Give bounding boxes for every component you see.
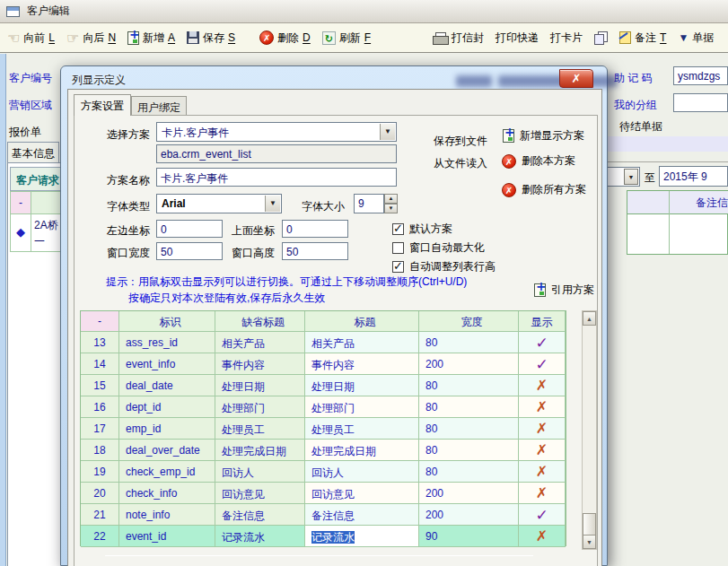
tab-scheme-settings[interactable]: 方案设置 [74, 94, 131, 116]
mnemonic-input[interactable]: ysmdzgs [673, 66, 728, 85]
reference-scheme-button[interactable]: 引用方案 [534, 283, 594, 298]
table-row[interactable]: 13ass_res_id相关产品相关产品80 [81, 332, 566, 353]
add-scheme-button[interactable]: 新增显示方案 [503, 128, 584, 144]
checkbox-checked-icon[interactable] [392, 261, 404, 273]
save-to-file-button[interactable]: 保存到文件 [434, 134, 487, 149]
window-height-input[interactable]: 50 [282, 242, 348, 260]
titlebar-glass-blur [456, 75, 492, 87]
table-row[interactable]: 14event_info事件内容事件内容200 [81, 353, 566, 375]
table-row[interactable]: 22event_id记录流水记录流水90 [81, 526, 566, 547]
visible-cross-icon[interactable] [519, 396, 566, 418]
title-cell[interactable]: 处理员工 [305, 418, 419, 440]
font-type-label: 字体类型 [107, 199, 150, 214]
scheme-combobox[interactable]: 卡片.客户事件 [156, 122, 397, 142]
table-row[interactable]: 18deal_over_date处理完成日期处理完成日期80 [81, 440, 566, 461]
toolbar-print-card-button[interactable]: 打卡片 [550, 30, 583, 46]
delete-all-schemes-button[interactable]: 删除所有方案 [502, 182, 586, 197]
visible-cross-icon[interactable] [519, 461, 566, 483]
title-cell[interactable]: 记录流水 [305, 526, 419, 547]
window-width-input[interactable]: 50 [156, 242, 223, 260]
toolbar-print-card-label: 打卡片 [550, 30, 583, 46]
visible-check-icon[interactable] [519, 332, 566, 353]
table-row[interactable]: 21note_info备注信息备注信息200 [81, 504, 566, 526]
checkbox-row-0[interactable]: 默认方案 [392, 222, 452, 237]
width-cell: 80 [419, 396, 519, 418]
checkbox-row-2[interactable]: 自动调整列表行高 [392, 259, 496, 274]
toolbar-nav-prev-label: 向前 [23, 30, 45, 46]
tab-basic-info[interactable]: 基本信息 [7, 142, 59, 162]
visible-cross-icon[interactable] [519, 526, 566, 547]
checkbox-unchecked-icon[interactable] [392, 242, 404, 254]
table-scrollbar[interactable]: ▲ ▼ [582, 310, 597, 550]
visible-cross-icon[interactable] [519, 440, 566, 461]
font-size-spinner: ▲ ▼ [384, 194, 398, 213]
visible-cross-icon[interactable] [519, 483, 566, 504]
checkbox-checked-icon[interactable] [392, 223, 404, 235]
read-from-file-button[interactable]: 从文件读入 [434, 156, 487, 171]
width-cell: 80 [419, 375, 519, 396]
mnemonic-label: 助 记 码 [614, 71, 653, 86]
toolbar-delete-button[interactable]: 删除D [259, 30, 311, 46]
customer-request-header[interactable]: 客户请求 [10, 167, 61, 191]
font-size-input[interactable]: 9 [354, 194, 384, 213]
scroll-up-icon[interactable]: ▲ [583, 311, 596, 326]
checkbox-row-1[interactable]: 窗口自动最大化 [392, 240, 485, 256]
font-combobox[interactable]: Arial [156, 194, 282, 213]
mini-grid-row-cell[interactable]: 2A桥一 [31, 213, 61, 252]
width-cell: 80 [419, 440, 519, 461]
spinner-down-icon[interactable]: ▼ [384, 204, 398, 213]
title-cell[interactable]: 事件内容 [305, 353, 419, 375]
toolbar-nav-next-label: 向后 [83, 30, 104, 46]
toolbar-nav-prev-button[interactable]: 向前L [7, 30, 55, 47]
date-dropdown-button[interactable] [624, 169, 638, 185]
toolbar-bills-button[interactable]: 单据 [678, 30, 714, 46]
checkbox-label: 自动调整列表行高 [409, 259, 496, 274]
toolbar-nav-next-button[interactable]: 向后N [66, 30, 116, 47]
delete-scheme-button[interactable]: 删除本方案 [502, 153, 575, 169]
scheme-name-input[interactable]: 卡片.客户事件 [156, 168, 397, 187]
visible-check-icon[interactable] [519, 504, 566, 526]
scrollbar-thumb[interactable] [583, 513, 596, 536]
title-cell[interactable]: 处理部门 [305, 396, 419, 418]
toolbar-refresh-button[interactable]: 刷新F [322, 30, 371, 46]
toolbar-note-button[interactable]: 备注T [619, 30, 666, 46]
visible-cross-icon[interactable] [519, 418, 566, 440]
close-icon[interactable]: ✗ [559, 69, 593, 88]
date-end-input[interactable]: 2015年 9 [659, 166, 728, 187]
toolbar-save-button[interactable]: 保存S [187, 30, 235, 46]
my-group-input[interactable] [673, 93, 728, 112]
toolbar-print-envelope-button[interactable]: 打信封 [433, 30, 484, 46]
tab-user-binding[interactable]: 用户绑定 [131, 96, 187, 116]
visible-cross-icon[interactable] [519, 375, 566, 396]
table-row[interactable]: 17emp_id处理员工处理员工80 [81, 418, 566, 440]
title-cell[interactable]: 相关产品 [305, 332, 419, 353]
width-cell: 80 [419, 418, 519, 440]
title-cell[interactable]: 备注信息 [305, 504, 419, 526]
column-definition-table: -标识缺省标题标题宽度显示 13ass_res_id相关产品相关产品8014ev… [80, 310, 566, 546]
title-cell[interactable]: 处理完成日期 [305, 440, 419, 461]
table-row[interactable]: 20check_info回访意见回访意见200 [81, 483, 566, 504]
table-row[interactable]: 19check_emp_id回访人回访人80 [81, 461, 566, 483]
toolbar: 向前L向后N新增A保存S删除D刷新F打信封打印快递打卡片备注T单据查询 [0, 23, 728, 53]
row-number-cell: 13 [81, 332, 119, 353]
toolbar-add-button[interactable]: 新增A [127, 30, 175, 46]
spinner-up-icon[interactable]: ▲ [384, 194, 398, 204]
title-cell[interactable]: 回访意见 [305, 483, 419, 504]
scroll-down-icon[interactable]: ▼ [583, 535, 596, 549]
delete-scheme-label: 删除本方案 [522, 153, 575, 169]
visible-check-icon[interactable] [519, 353, 566, 375]
title-cell[interactable]: 回访人 [305, 461, 419, 483]
toolbar-print-express-label: 打印快递 [496, 30, 539, 46]
table-row[interactable]: 15deal_date处理日期处理日期80 [81, 375, 566, 396]
top-coord-input[interactable]: 0 [282, 220, 348, 238]
table-row[interactable]: 16dept_id处理部门处理部门80 [81, 396, 566, 418]
toolbar-copy-button[interactable] [594, 31, 608, 44]
title-cell[interactable]: 处理日期 [305, 375, 419, 396]
left-coord-input[interactable]: 0 [156, 220, 223, 238]
date-to-label: 至 [645, 170, 655, 186]
chevron-down-icon[interactable] [265, 196, 280, 212]
row-number-cell: 15 [81, 375, 119, 396]
title-cell-editor-selected-text[interactable]: 记录流水 [311, 531, 355, 544]
chevron-down-icon[interactable] [380, 124, 395, 140]
toolbar-print-express-button[interactable]: 打印快递 [496, 30, 539, 46]
